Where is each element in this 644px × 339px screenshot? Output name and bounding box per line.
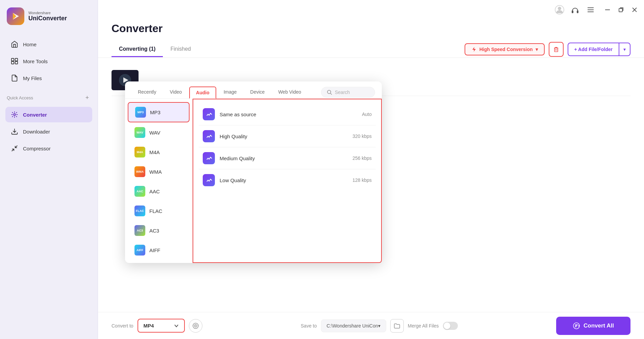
fmt-tab-video[interactable]: Video <box>164 87 188 99</box>
convert-all-button[interactable]: Convert All <box>556 317 630 335</box>
add-file-arrow[interactable]: ▾ <box>619 43 630 55</box>
sidebar-item-converter[interactable]: Converter <box>5 107 92 122</box>
add-file-button[interactable]: + Add File/Folder ▾ <box>568 43 630 56</box>
compressor-icon <box>11 145 18 152</box>
format-item-mp3[interactable]: MP3 MP3 <box>128 102 190 122</box>
close-button[interactable] <box>630 6 639 14</box>
convert-to-select[interactable]: MP4 <box>138 319 185 333</box>
quality-icon-low <box>203 174 215 186</box>
tab-finished[interactable]: Finished <box>163 42 198 57</box>
aac-icon: AAC <box>134 186 145 197</box>
quality-icon-same-as-source <box>203 108 215 120</box>
folder-button[interactable] <box>390 319 404 333</box>
downloader-icon <box>11 128 18 135</box>
logo-name: UniConverter <box>28 15 67 22</box>
window-controls <box>603 6 639 14</box>
aiff-icon: AIFF <box>134 245 145 256</box>
format-item-flac[interactable]: FLAC FLAC <box>128 201 190 220</box>
svg-line-8 <box>12 149 14 151</box>
minimize-button[interactable] <box>603 6 612 14</box>
folder-icon <box>394 322 400 329</box>
quality-item-low[interactable]: Low Quality 128 kbps <box>199 169 376 191</box>
bottom-bar: Convert to MP4 Save to <box>98 312 644 339</box>
add-file-main[interactable]: + Add File/Folder <box>568 43 619 55</box>
format-list: MP3 MP3 WAV WAV <box>125 99 193 263</box>
fmt-tab-audio[interactable]: Audio <box>189 87 216 99</box>
format-item-aac[interactable]: AAC AAC <box>128 182 190 201</box>
headset-icon[interactable] <box>570 5 580 15</box>
svg-rect-12 <box>572 10 573 13</box>
sidebar-item-home[interactable]: Home <box>5 37 92 52</box>
quality-item-high[interactable]: High Quality 320 kbps <box>199 125 376 147</box>
titlebar <box>98 0 644 16</box>
page-title: Converter <box>112 22 630 35</box>
sidebar-item-my-files[interactable]: My Files <box>5 70 92 86</box>
restore-button[interactable] <box>617 6 625 14</box>
logo-icon <box>7 7 24 25</box>
search-box[interactable]: Search <box>321 87 375 98</box>
lightning-icon <box>471 47 477 52</box>
tab-converting[interactable]: Converting (1) <box>112 42 163 57</box>
format-dropdown: Recently Video Audio Image Device <box>125 81 382 263</box>
format-tabs: Recently Video Audio Image Device <box>125 81 382 99</box>
ac3-icon: AC3 <box>134 225 145 236</box>
format-body: MP3 MP3 WAV WAV <box>125 99 382 263</box>
save-path-button[interactable]: C:\Wondershare UniCon▾ <box>321 319 386 332</box>
svg-rect-4 <box>11 62 14 64</box>
sidebar-nav: Home More Tools My Files <box>0 33 98 89</box>
sidebar-item-compressor[interactable]: Compressor <box>5 141 92 156</box>
quick-access-label: Quick Access <box>7 95 33 100</box>
format-item-wav[interactable]: WAV WAV <box>128 123 190 142</box>
quality-item-same-as-source[interactable]: Same as source Auto <box>199 103 376 125</box>
flac-icon: FLAC <box>134 205 145 216</box>
quick-access-add-button[interactable]: + <box>83 94 91 101</box>
sidebar: Wondershare UniConverter Home <box>0 0 98 339</box>
target-icon <box>192 322 199 329</box>
search-icon <box>327 90 332 95</box>
avatar-icon[interactable] <box>555 5 564 15</box>
titlebar-icons <box>555 5 595 15</box>
main-content: Converter Converting (1) Finished High S… <box>98 0 644 339</box>
bottom-left: Convert to MP4 <box>112 319 202 333</box>
svg-rect-3 <box>15 58 18 61</box>
delete-button[interactable] <box>549 42 564 57</box>
mp3-icon: MP3 <box>135 107 146 118</box>
merge-toggle[interactable] <box>443 322 458 330</box>
my-files-icon <box>11 74 18 82</box>
converter-icon <box>11 111 18 118</box>
sidebar-item-more-tools-label: More Tools <box>23 58 48 64</box>
svg-point-6 <box>14 114 16 116</box>
format-item-ac3[interactable]: AC3 AC3 <box>128 221 190 240</box>
high-speed-button[interactable]: High Speed Conversion ▾ <box>465 43 545 55</box>
svg-marker-21 <box>472 47 476 52</box>
format-item-m4a[interactable]: M4A M4A <box>128 143 190 162</box>
menu-icon[interactable] <box>586 5 595 15</box>
fmt-tab-image[interactable]: Image <box>218 87 243 99</box>
sidebar-item-compressor-label: Compressor <box>23 146 51 151</box>
sidebar-item-downloader[interactable]: Downloader <box>5 124 92 139</box>
sidebar-item-my-files-label: My Files <box>23 75 42 81</box>
wma-icon: WMA <box>134 166 145 177</box>
format-item-wma[interactable]: WMA WMA <box>128 162 190 181</box>
trash-icon <box>553 46 560 53</box>
tabs-right: High Speed Conversion ▾ + Add File/Folde… <box>465 42 630 57</box>
quality-icon-medium <box>203 152 215 164</box>
quality-item-medium[interactable]: Medium Quality 256 kbps <box>199 147 376 169</box>
fmt-tab-web-video[interactable]: Web Video <box>272 87 307 99</box>
convert-all-icon <box>573 322 580 330</box>
sidebar-item-more-tools[interactable]: More Tools <box>5 53 92 69</box>
save-to-label: Save to <box>301 323 317 329</box>
page-header: Converter <box>98 16 644 41</box>
merge-label: Merge All Files <box>408 323 439 329</box>
m4a-icon: M4A <box>134 147 145 158</box>
dropdown-arrow-icon <box>174 323 179 328</box>
svg-rect-2 <box>11 58 14 61</box>
format-tabs-left: Recently Video Audio Image Device <box>132 86 307 98</box>
toggle-knob <box>444 322 450 329</box>
format-item-aiff[interactable]: AIFF AIFF <box>128 241 190 260</box>
sidebar-nav-secondary: Converter Downloader Compre <box>0 103 98 160</box>
convert-to-label: Convert to <box>112 323 133 329</box>
target-icon-button[interactable] <box>189 319 202 333</box>
fmt-tab-device[interactable]: Device <box>244 87 271 99</box>
fmt-tab-recently[interactable]: Recently <box>132 87 162 99</box>
